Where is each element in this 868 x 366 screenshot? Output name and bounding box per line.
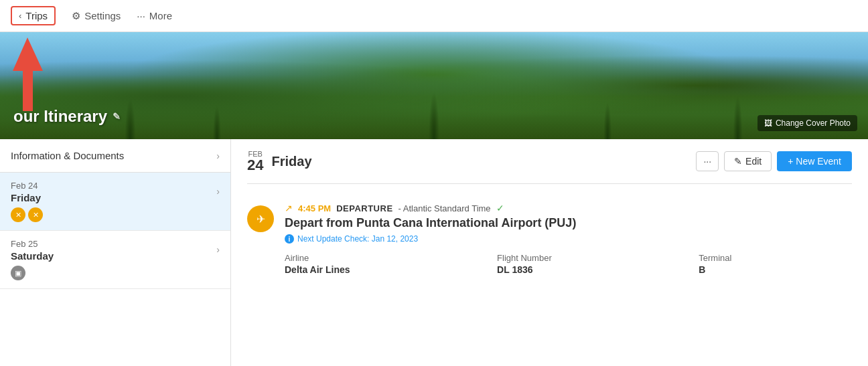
day-header-left: FEB 24 Friday [247, 150, 312, 173]
detail-col-terminal: Terminal B [699, 253, 852, 275]
airline-label: Airline [285, 253, 470, 263]
sidebar-day-icons-feb24: ✕ ✕ [11, 207, 43, 222]
dots-menu-button[interactable]: ··· [696, 151, 719, 171]
settings-label: Settings [84, 10, 121, 21]
change-cover-label: Change Cover Photo [776, 118, 851, 128]
sidebar-info-documents[interactable]: Information & Documents › [0, 139, 230, 173]
edit-button[interactable]: ✎ Edit [724, 151, 772, 171]
sidebar-chevron-feb25: › [216, 244, 220, 255]
day-actions: ··· ✎ Edit + New Event [696, 151, 852, 171]
update-check-text: Next Update Check: Jan 12, 2023 [297, 234, 418, 244]
gear-icon: ⚙ [72, 10, 80, 22]
info-documents-label: Information & Documents [11, 150, 124, 161]
detail-panel: FEB 24 Friday ··· ✎ Edit + New Event ✈ ↗ [231, 139, 868, 366]
sidebar-day-name-feb25: Saturday [11, 250, 54, 262]
more-button[interactable]: ··· More [137, 10, 172, 21]
pencil-icon: ✎ [734, 156, 742, 167]
sidebar-day-content-feb24: Feb 24 Friday ✕ ✕ [11, 181, 43, 222]
hotel-icon-1: ▣ [11, 266, 25, 280]
cover-photo: our Itinerary ✎ 🖼 Change Cover Photo [0, 32, 868, 139]
more-label: More [149, 10, 172, 21]
day-name-large: Friday [271, 154, 311, 169]
sidebar-day-content-feb25: Feb 25 Saturday ▣ [11, 239, 54, 280]
main-content: Information & Documents › Feb 24 Friday … [0, 139, 868, 366]
terminal-value: B [699, 264, 852, 275]
event-time-line: ↗ 4:45 PM DEPARTURE - Atlantic Standard … [285, 203, 852, 213]
sidebar-day-feb25[interactable]: Feb 25 Saturday ▣ › [0, 231, 230, 289]
top-nav: ‹ Trips ⚙ Settings ··· More [0, 0, 868, 32]
flight-number-label: Flight Number [497, 253, 672, 263]
palm-overlay [0, 32, 868, 139]
event-body: ↗ 4:45 PM DEPARTURE - Atlantic Standard … [285, 203, 852, 275]
red-arrow-annotation [9, 37, 46, 114]
edit-title-icon[interactable]: ✎ [113, 111, 121, 122]
itinerary-title: our Itinerary ✎ [13, 107, 121, 126]
departure-arrow-icon: ↗ [285, 203, 293, 213]
flight-icon-2: ✕ [28, 207, 43, 222]
event-type: DEPARTURE [336, 203, 392, 213]
event-details-grid: Airline Delta Air Lines Flight Number DL… [285, 253, 852, 275]
check-icon: ✓ [496, 203, 504, 213]
event-flight-icon: ✈ [247, 205, 274, 232]
day-header: FEB 24 Friday ··· ✎ Edit + New Event [247, 139, 852, 184]
detail-col-airline: Airline Delta Air Lines [285, 253, 470, 275]
sidebar-chevron-feb24: › [216, 186, 220, 197]
trips-label: Trips [25, 10, 48, 21]
chevron-right-icon: › [216, 151, 220, 161]
detail-col-flight-number: Flight Number DL 1836 [497, 253, 672, 275]
event-card: ✈ ↗ 4:45 PM DEPARTURE - Atlantic Standar… [247, 197, 852, 280]
sidebar-day-icons-feb25: ▣ [11, 266, 54, 280]
day-date-num: 24 [247, 158, 263, 173]
itinerary-title-text: our Itinerary [13, 107, 107, 126]
event-update-check: i Next Update Check: Jan 12, 2023 [285, 234, 852, 244]
sidebar: Information & Documents › Feb 24 Friday … [0, 139, 231, 366]
sidebar-day-name-feb24: Friday [11, 192, 43, 203]
dots-icon: ··· [137, 10, 145, 21]
terminal-label: Terminal [699, 253, 852, 263]
event-time: 4:45 PM [298, 203, 331, 213]
svg-marker-0 [13, 37, 43, 111]
sidebar-day-date-feb25: Feb 25 [11, 239, 54, 249]
new-event-button[interactable]: + New Event [777, 151, 852, 171]
flight-icon-1: ✕ [11, 207, 25, 222]
flight-number-value: DL 1836 [497, 264, 672, 275]
event-title: Depart from Punta Cana International Air… [285, 216, 852, 230]
change-cover-button[interactable]: 🖼 Change Cover Photo [757, 115, 857, 131]
sidebar-day-feb24[interactable]: Feb 24 Friday ✕ ✕ › [0, 173, 230, 231]
airline-value: Delta Air Lines [285, 264, 470, 275]
day-date-badge: FEB 24 [247, 150, 263, 173]
sidebar-day-date-feb24: Feb 24 [11, 181, 43, 191]
trips-button[interactable]: ‹ Trips [11, 6, 56, 25]
chevron-left-icon: ‹ [19, 11, 21, 21]
settings-button[interactable]: ⚙ Settings [72, 10, 121, 22]
event-timezone: - Atlantic Standard Time [399, 203, 491, 213]
edit-label: Edit [745, 156, 762, 167]
image-icon: 🖼 [764, 118, 772, 128]
info-icon: i [285, 234, 294, 244]
